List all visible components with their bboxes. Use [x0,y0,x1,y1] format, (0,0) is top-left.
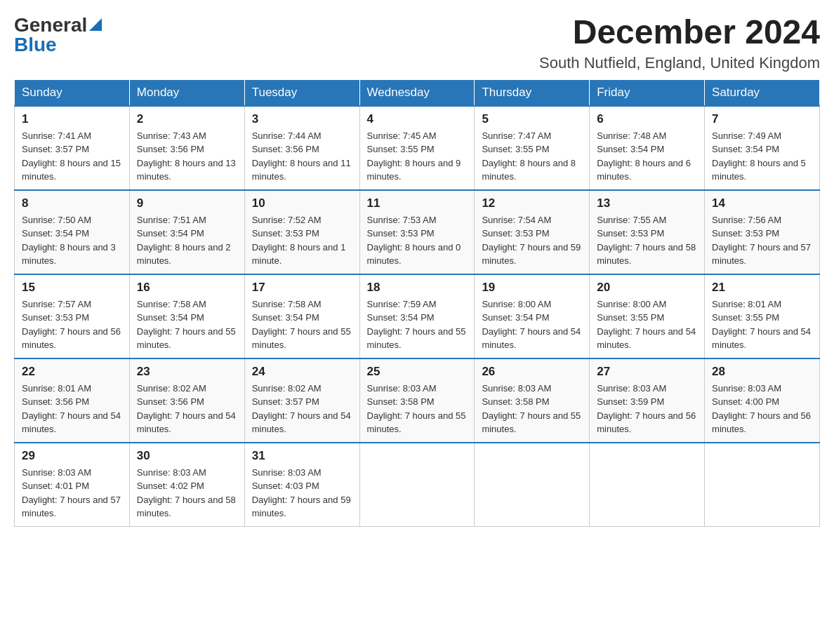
day-info: Sunrise: 8:00 AM Sunset: 3:55 PM Dayligh… [597,299,696,351]
calendar-cell: 28 Sunrise: 8:03 AM Sunset: 4:00 PM Dayl… [705,358,820,443]
day-info: Sunrise: 8:01 AM Sunset: 3:56 PM Dayligh… [22,383,121,435]
day-number: 31 [252,449,352,463]
day-info: Sunrise: 7:47 AM Sunset: 3:55 PM Dayligh… [482,130,576,182]
calendar-cell: 7 Sunrise: 7:49 AM Sunset: 3:54 PM Dayli… [705,106,820,190]
day-info: Sunrise: 7:41 AM Sunset: 3:57 PM Dayligh… [22,130,121,182]
day-info: Sunrise: 7:57 AM Sunset: 3:53 PM Dayligh… [22,299,121,351]
day-info: Sunrise: 8:02 AM Sunset: 3:57 PM Dayligh… [252,383,351,435]
calendar-header-saturday: Saturday [705,79,820,106]
calendar-header-monday: Monday [129,79,244,106]
calendar-cell: 19 Sunrise: 8:00 AM Sunset: 3:54 PM Dayl… [475,274,590,358]
day-info: Sunrise: 7:54 AM Sunset: 3:53 PM Dayligh… [482,215,581,267]
calendar-cell: 16 Sunrise: 7:58 AM Sunset: 3:54 PM Dayl… [129,274,244,358]
day-info: Sunrise: 7:51 AM Sunset: 3:54 PM Dayligh… [137,215,231,267]
calendar-table: SundayMondayTuesdayWednesdayThursdayFrid… [14,79,820,527]
calendar-cell: 24 Sunrise: 8:02 AM Sunset: 3:57 PM Dayl… [244,358,359,443]
calendar-cell: 12 Sunrise: 7:54 AM Sunset: 3:53 PM Dayl… [475,190,590,274]
calendar-cell: 10 Sunrise: 7:52 AM Sunset: 3:53 PM Dayl… [244,190,359,274]
day-number: 8 [22,196,122,210]
calendar-cell: 23 Sunrise: 8:02 AM Sunset: 3:56 PM Dayl… [129,358,244,443]
logo-blue-text: Blue [14,34,57,56]
day-info: Sunrise: 7:45 AM Sunset: 3:55 PM Dayligh… [367,130,461,182]
day-info: Sunrise: 8:02 AM Sunset: 3:56 PM Dayligh… [137,383,236,435]
calendar-cell: 17 Sunrise: 7:58 AM Sunset: 3:54 PM Dayl… [244,274,359,358]
day-info: Sunrise: 8:03 AM Sunset: 3:58 PM Dayligh… [482,383,581,435]
day-number: 30 [137,449,237,463]
calendar-cell: 26 Sunrise: 8:03 AM Sunset: 3:58 PM Dayl… [475,358,590,443]
calendar-cell: 8 Sunrise: 7:50 AM Sunset: 3:54 PM Dayli… [15,190,130,274]
day-number: 26 [482,365,582,379]
calendar-cell: 14 Sunrise: 7:56 AM Sunset: 3:53 PM Dayl… [705,190,820,274]
day-number: 2 [137,112,237,126]
day-info: Sunrise: 8:03 AM Sunset: 4:02 PM Dayligh… [137,467,236,519]
calendar-header-friday: Friday [590,79,705,106]
day-number: 25 [367,365,468,379]
day-info: Sunrise: 7:50 AM Sunset: 3:54 PM Dayligh… [22,215,116,267]
calendar-cell: 31 Sunrise: 8:03 AM Sunset: 4:03 PM Dayl… [244,443,359,527]
day-info: Sunrise: 7:58 AM Sunset: 3:54 PM Dayligh… [137,299,236,351]
calendar-week-row: 22 Sunrise: 8:01 AM Sunset: 3:56 PM Dayl… [15,358,820,443]
calendar-week-row: 8 Sunrise: 7:50 AM Sunset: 3:54 PM Dayli… [15,190,820,274]
logo: General Blue [14,14,102,56]
day-info: Sunrise: 7:56 AM Sunset: 3:53 PM Dayligh… [712,215,811,267]
day-info: Sunrise: 8:01 AM Sunset: 3:55 PM Dayligh… [712,299,811,351]
day-info: Sunrise: 7:59 AM Sunset: 3:54 PM Dayligh… [367,299,466,351]
calendar-header-sunday: Sunday [15,79,130,106]
day-info: Sunrise: 7:48 AM Sunset: 3:54 PM Dayligh… [597,130,691,182]
calendar-header-thursday: Thursday [475,79,590,106]
calendar-header-tuesday: Tuesday [244,79,359,106]
day-info: Sunrise: 8:00 AM Sunset: 3:54 PM Dayligh… [482,299,581,351]
day-number: 28 [712,365,812,379]
logo-triangle-icon [89,18,102,34]
day-number: 7 [712,112,812,126]
calendar-cell: 11 Sunrise: 7:53 AM Sunset: 3:53 PM Dayl… [359,190,475,274]
day-number: 10 [252,196,352,210]
day-number: 1 [22,112,122,126]
day-number: 15 [22,281,122,295]
day-info: Sunrise: 7:43 AM Sunset: 3:56 PM Dayligh… [137,130,236,182]
day-number: 21 [712,281,812,295]
day-number: 20 [597,281,697,295]
calendar-cell: 29 Sunrise: 8:03 AM Sunset: 4:01 PM Dayl… [15,443,130,527]
calendar-cell: 20 Sunrise: 8:00 AM Sunset: 3:55 PM Dayl… [590,274,705,358]
calendar-cell: 15 Sunrise: 7:57 AM Sunset: 3:53 PM Dayl… [15,274,130,358]
calendar-cell: 18 Sunrise: 7:59 AM Sunset: 3:54 PM Dayl… [359,274,475,358]
day-info: Sunrise: 8:03 AM Sunset: 4:03 PM Dayligh… [252,467,351,519]
day-number: 19 [482,281,582,295]
calendar-week-row: 1 Sunrise: 7:41 AM Sunset: 3:57 PM Dayli… [15,106,820,190]
calendar-cell: 3 Sunrise: 7:44 AM Sunset: 3:56 PM Dayli… [244,106,359,190]
page-header: General Blue December 2024 South Nutfiel… [14,14,820,72]
day-number: 17 [252,281,352,295]
day-number: 4 [367,112,468,126]
day-number: 29 [22,449,122,463]
day-number: 24 [252,365,352,379]
day-info: Sunrise: 7:55 AM Sunset: 3:53 PM Dayligh… [597,215,696,267]
calendar-cell: 21 Sunrise: 8:01 AM Sunset: 3:55 PM Dayl… [705,274,820,358]
day-info: Sunrise: 7:58 AM Sunset: 3:54 PM Dayligh… [252,299,351,351]
calendar-cell: 30 Sunrise: 8:03 AM Sunset: 4:02 PM Dayl… [129,443,244,527]
day-info: Sunrise: 8:03 AM Sunset: 3:59 PM Dayligh… [597,383,696,435]
day-number: 11 [367,196,468,210]
calendar-cell [705,443,820,527]
day-number: 6 [597,112,697,126]
calendar-cell: 5 Sunrise: 7:47 AM Sunset: 3:55 PM Dayli… [475,106,590,190]
day-number: 12 [482,196,582,210]
calendar-cell [590,443,705,527]
day-number: 3 [252,112,352,126]
day-number: 14 [712,196,812,210]
day-number: 13 [597,196,697,210]
calendar-cell: 27 Sunrise: 8:03 AM Sunset: 3:59 PM Dayl… [590,358,705,443]
calendar-cell: 9 Sunrise: 7:51 AM Sunset: 3:54 PM Dayli… [129,190,244,274]
day-number: 18 [367,281,468,295]
calendar-cell: 6 Sunrise: 7:48 AM Sunset: 3:54 PM Dayli… [590,106,705,190]
calendar-cell: 2 Sunrise: 7:43 AM Sunset: 3:56 PM Dayli… [129,106,244,190]
calendar-cell [475,443,590,527]
calendar-week-row: 15 Sunrise: 7:57 AM Sunset: 3:53 PM Dayl… [15,274,820,358]
day-number: 23 [137,365,237,379]
day-number: 9 [137,196,237,210]
calendar-cell [359,443,475,527]
svg-marker-0 [89,18,102,31]
calendar-week-row: 29 Sunrise: 8:03 AM Sunset: 4:01 PM Dayl… [15,443,820,527]
calendar-cell: 25 Sunrise: 8:03 AM Sunset: 3:58 PM Dayl… [359,358,475,443]
calendar-cell: 22 Sunrise: 8:01 AM Sunset: 3:56 PM Dayl… [15,358,130,443]
